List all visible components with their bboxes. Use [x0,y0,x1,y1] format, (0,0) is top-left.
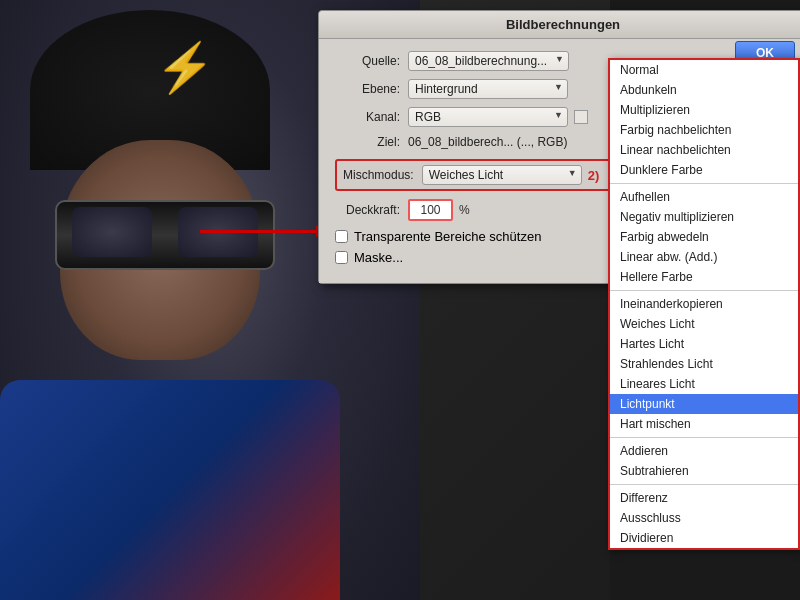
kanal-label: Kanal: [335,110,400,124]
ebene-select[interactable]: Hintergrund [408,79,568,99]
dropdown-item-normal[interactable]: Normal [610,60,798,80]
dialog-titlebar: Bildberechnungen [319,11,800,39]
transparent-checkbox[interactable] [335,230,348,243]
dropdown-item-ineinanderkopieren[interactable]: Ineinanderkopieren [610,294,798,314]
dropdown-item-abdunkeln[interactable]: Abdunkeln [610,80,798,100]
dialog-title: Bildberechnungen [506,17,620,32]
dropdown-item-multiplizieren[interactable]: Multiplizieren [610,100,798,120]
dropdown-item-ausschluss[interactable]: Ausschluss [610,508,798,528]
annotation-2: 2) [588,168,600,183]
quelle-select-wrapper: 06_08_bildberechnung... [408,51,569,71]
deck-input[interactable] [408,199,453,221]
dropdown-separator [610,484,798,485]
kanal-select[interactable]: RGB [408,107,568,127]
dropdown-item-differenz[interactable]: Differenz [610,488,798,508]
dropdown-separator [610,183,798,184]
dropdown-item-weiches-licht[interactable]: Weiches Licht [610,314,798,334]
kanal-checkbox[interactable] [574,110,588,124]
dropdown-item-linear-nachbelichten[interactable]: Linear nachbelichten [610,140,798,160]
deck-label: Deckkraft: [335,203,400,217]
quelle-select[interactable]: 06_08_bildberechnung... [408,51,569,71]
maske-label: Maske... [354,250,403,265]
dropdown-item-lineares-licht[interactable]: Lineares Licht [610,374,798,394]
kanal-select-wrapper: RGB [408,107,568,127]
dropdown-item-subtrahieren[interactable]: Subtrahieren [610,461,798,481]
dropdown-item-strahlendes-licht[interactable]: Strahlendes Licht [610,354,798,374]
ebene-select-wrapper: Hintergrund [408,79,568,99]
misch-select[interactable]: Weiches Licht [422,165,582,185]
dropdown-item-aufhellen[interactable]: Aufhellen [610,187,798,207]
ziel-label: Ziel: [335,135,400,149]
maske-checkbox[interactable] [335,251,348,264]
red-arrow [200,230,320,233]
misch-label: Mischmodus: [343,168,414,182]
dropdown-item-lichtpunkt[interactable]: Lichtpunkt [610,394,798,414]
dropdown-item-hart-mischen[interactable]: Hart mischen [610,414,798,434]
jacket [0,380,340,600]
lightning-bolt: ⚡ [155,40,215,96]
transparent-label: Transparente Bereiche schützen [354,229,541,244]
dropdown-separator [610,437,798,438]
dropdown-item-negativ-multiplizieren[interactable]: Negativ multiplizieren [610,207,798,227]
dropdown-item-hartes-licht[interactable]: Hartes Licht [610,334,798,354]
dropdown-item-farbig-abwedeln[interactable]: Farbig abwedeln [610,227,798,247]
ziel-value: 06_08_bildberech... (..., RGB) [408,135,567,149]
ebene-label: Ebene: [335,82,400,96]
quelle-label: Quelle: [335,54,400,68]
dropdown-item-hellere-farbe[interactable]: Hellere Farbe [610,267,798,287]
dropdown-item-dunklere-farbe[interactable]: Dunklere Farbe [610,160,798,180]
dropdown-item-linear-abw.-(add.)[interactable]: Linear abw. (Add.) [610,247,798,267]
sunglasses [55,200,275,270]
dropdown-separator [610,290,798,291]
misch-select-wrapper: Weiches Licht [422,165,582,185]
dropdown-item-dividieren[interactable]: Dividieren [610,528,798,548]
dropdown-item-farbig-nachbelichten[interactable]: Farbig nachbelichten [610,120,798,140]
deck-unit: % [459,203,470,217]
blend-mode-dropdown: NormalAbdunkelnMultiplizierenFarbig nach… [608,58,800,550]
dropdown-item-addieren[interactable]: Addieren [610,441,798,461]
